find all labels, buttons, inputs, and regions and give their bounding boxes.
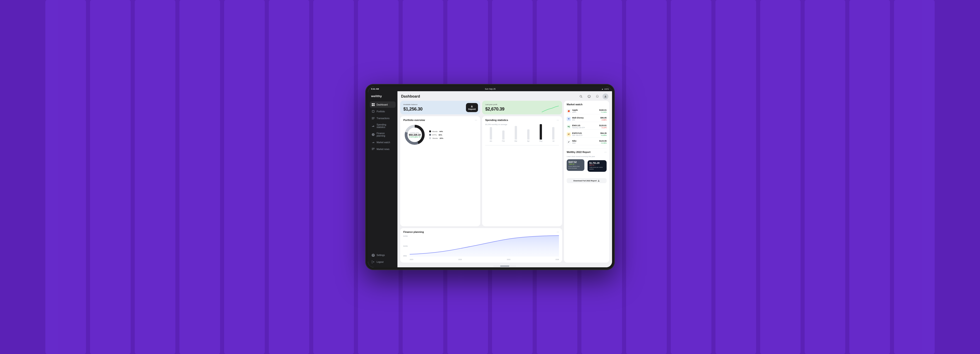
sidebar-item-settings[interactable]: Settings: [370, 252, 396, 258]
finance-planning-card: Finance planning ··· $150k $100k $50k: [400, 228, 562, 263]
apple-name: Apple: [572, 109, 578, 111]
app-content: wellthy Dashboard Portfol: [368, 91, 612, 267]
spending-card: Spending statistics ··· $3,256 monthly o…: [482, 116, 562, 226]
report-cards: $107.52 +$46.08 ↑ Exxon Mobil share pric…: [567, 159, 606, 176]
page-title: Dashboard: [401, 94, 420, 99]
report-card2-desc: Gold prices per ounce decline: [589, 167, 605, 170]
deposit-button[interactable]: Deposit: [466, 103, 478, 112]
disney-sub: DIS: [572, 119, 584, 121]
espsy-change: +0.65%: [600, 134, 606, 136]
legend-label-stocks: Stocks: [433, 137, 438, 139]
bar-jan: Jan: [485, 127, 496, 142]
svg-rect-10: [471, 107, 473, 107]
portfolio-inner: Portfolio Value $50,328.10 +0.52% ($261.…: [403, 123, 477, 146]
svg-rect-11: [598, 181, 600, 182]
sidebar-label-news: Market news: [377, 148, 390, 150]
top-bar: Dashboard: [398, 91, 612, 101]
app-logo: wellthy: [368, 94, 398, 101]
market-item-espsy[interactable]: SP ESPSYUS S&P 500 ETF $94.35 +0.65%: [567, 131, 606, 137]
legend-stocks: Stocks 20%: [429, 137, 443, 139]
market-watch: Market watch 🍎 Apple AAPL: [564, 101, 609, 263]
market-item-disney[interactable]: W Walt Disney DIS $96.85 -0.88%: [567, 116, 606, 122]
bar-mar: Mar: [510, 126, 521, 142]
bar-apr-label: Apr: [527, 140, 530, 142]
finance-inner: $150k $100k $50k: [403, 235, 559, 260]
finance-more-icon[interactable]: ···: [557, 230, 559, 233]
finance-chart-area: [410, 235, 559, 257]
nike-sub: NKE: [572, 142, 576, 144]
legend-pct-stocks: 20%: [440, 137, 443, 139]
disney-name: Walt Disney: [572, 116, 584, 119]
bar-feb: Feb: [498, 131, 509, 142]
spending-header: Spending statistics ···: [485, 118, 559, 122]
sidebar-item-finance[interactable]: Finance planning: [370, 131, 396, 139]
enix-icon: NQ: [567, 124, 571, 129]
sidebar-item-dashboard[interactable]: Dashboard: [370, 101, 396, 108]
espsy-icon: SP: [567, 132, 571, 136]
download-report-button[interactable]: Download Full 2022 Report: [567, 178, 606, 183]
finance-y-labels: $150k $100k $50k: [403, 235, 408, 257]
svg-point-8: [589, 96, 590, 96]
report-card-2: $1,761.28 $80.30 ↓ Gold prices per ounce…: [587, 160, 606, 172]
scroll-thumb: [500, 266, 509, 266]
espsy-price: $94.35: [600, 132, 606, 134]
tablet-screen: 9:41 AM Sun Sep 25 ▲ 100% wellthy: [368, 87, 612, 267]
nav-section: Dashboard Portfolio Transactions: [368, 101, 398, 252]
report-card1-value: $107.52: [568, 161, 582, 163]
disney-price: $96.85: [600, 116, 606, 119]
sidebar-item-news[interactable]: Market news: [370, 146, 396, 152]
dashboard-grid: Available balance $1,256.30 Deposit: [398, 101, 612, 265]
x-label-2038: 2038: [555, 259, 559, 260]
sidebar-label-market: Market watch: [377, 141, 390, 144]
market-item-apple[interactable]: 🍎 Apple AAPL $160.01 +1.34%: [567, 108, 606, 114]
main-content: Dashboard: [398, 91, 612, 267]
emoji-button[interactable]: [586, 94, 592, 99]
scroll-indicator: [493, 266, 516, 266]
sidebar-label-dashboard: Dashboard: [377, 104, 388, 106]
bar-jul-label: Jul: [552, 140, 554, 142]
notification-button[interactable]: [594, 94, 600, 99]
sidebar-item-spending[interactable]: Spending statistics: [370, 122, 396, 130]
sidebar-label-settings: Settings: [377, 254, 385, 257]
bar-jul: Jul: [548, 127, 559, 142]
sidebar-item-market[interactable]: Market watch: [370, 139, 396, 145]
enix-change: -0.22%: [599, 127, 606, 129]
portfolio-title: Portfolio overview: [403, 119, 425, 121]
sidebar-label-spending: Spending statistics: [377, 123, 394, 128]
report-card1-desc: Exxon Mobil share price increase: [568, 166, 582, 169]
y-label-50k: $50k: [403, 255, 408, 257]
donut-change: +0.52% ($261.70): [409, 136, 421, 138]
legend-dot-stocks: [429, 137, 431, 139]
middle-row: Portfolio overview ···: [400, 116, 562, 226]
enix-sub: Nasdaq 100 ETF: [572, 127, 585, 129]
bar-jan-label: Jan: [490, 140, 492, 142]
portfolio-legend: Bonds 44% ETFs 36%: [429, 131, 443, 139]
report-more-icon[interactable]: ···: [605, 150, 606, 154]
market-item-nike[interactable]: ✓ Nike NKE $123.06 +0.39%: [567, 139, 606, 145]
enix-name: ENIX.US: [572, 124, 585, 127]
apple-price: $160.01: [599, 109, 606, 111]
y-label-150k: $150k: [403, 235, 408, 237]
avatar-button[interactable]: [603, 94, 608, 99]
espsy-sub: S&P 500 ETF: [572, 134, 582, 136]
market-item-enix[interactable]: NQ ENIX.US Nasdaq 100 ETF $120.81 -0.22%: [567, 123, 606, 130]
spending-title: Spending statistics: [485, 119, 508, 121]
svg-rect-1: [374, 103, 374, 104]
nike-price: $123.06: [599, 140, 606, 142]
portfolio-more-icon[interactable]: ···: [475, 118, 477, 122]
report-section: Wellthy 2022 Report ··· Learn what moved…: [567, 148, 606, 183]
battery-level: 100%: [605, 88, 609, 90]
report-subtitle: Learn what moved economy this year: [567, 155, 606, 158]
wifi-icon: ▲: [601, 88, 603, 90]
nike-name: Nike: [572, 140, 576, 142]
svg-point-6: [588, 95, 590, 97]
sidebar-item-logout[interactable]: Logout: [370, 259, 396, 265]
spending-more-icon[interactable]: ···: [557, 118, 559, 122]
svg-line-5: [581, 97, 582, 97]
sidebar-item-portfolio[interactable]: Portfolio: [370, 108, 396, 115]
svg-rect-2: [372, 105, 373, 106]
legend-pct-bonds: 44%: [439, 131, 443, 132]
report-card2-value: $1,761.28: [589, 162, 605, 164]
sidebar-item-transactions[interactable]: Transactions: [370, 115, 396, 121]
search-button[interactable]: [578, 94, 584, 99]
